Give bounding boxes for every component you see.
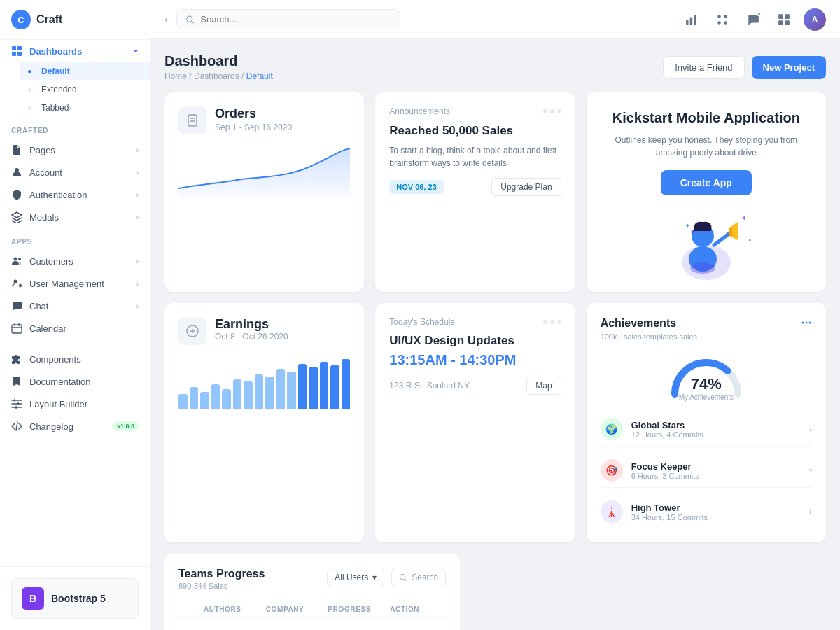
header-actions: Invite a Friend New Project <box>663 56 826 79</box>
authors-header: AUTHORS <box>204 606 260 613</box>
sidebar-item-default[interactable]: Default <box>20 62 150 80</box>
sidebar-item-documentation[interactable]: Documentation <box>0 370 150 393</box>
upgrade-plan-button[interactable]: Upgrade Plan <box>491 178 561 196</box>
announcements-card: Announcements Reached 50,000 Sales To st… <box>375 92 575 292</box>
sidebar-item-layout-builder[interactable]: Layout Builder <box>0 393 150 415</box>
svg-point-16 <box>718 21 721 24</box>
teams-subtitle: 890,344 Sales <box>178 582 265 590</box>
charts-icon-btn[interactable] <box>680 8 703 31</box>
sidebar-item-customers[interactable]: Customers › <box>0 250 150 272</box>
ach-item-focus-keeper: 🎯 Focus Keeper 6 Hours, 3 Commits › <box>601 454 812 488</box>
sidebar-item-calendar[interactable]: Calendar <box>0 317 150 340</box>
svg-point-5 <box>14 258 18 261</box>
sidebar-item-tabbed-label: Tabbed <box>41 103 69 113</box>
invite-friend-button[interactable]: Invite a Friend <box>663 56 744 79</box>
apps-icon-btn[interactable] <box>773 8 795 31</box>
global-stars-chevron[interactable]: › <box>809 424 812 434</box>
create-app-button[interactable]: Create App <box>661 170 752 195</box>
topbar: ‹ A <box>150 0 840 39</box>
layers-icon <box>11 211 22 223</box>
sidebar-item-modals[interactable]: Modals › <box>0 206 150 228</box>
bar-8 <box>265 377 274 410</box>
orders-card-header: Orders Sep 1 - Sep 16 2020 <box>178 106 350 134</box>
sidebar-item-usermgmt-label: User Management <box>29 279 136 289</box>
all-users-select[interactable]: All Users ▾ <box>327 568 384 587</box>
global-stars-sub: 12 Hours, 4 Commits <box>631 430 801 439</box>
shield-icon <box>11 189 22 200</box>
announcements-title: Reached 50,000 Sales <box>389 123 561 139</box>
earnings-header: Earnings Oct 8 - Oct 26 2020 <box>178 317 350 345</box>
teams-table-header: AUTHORS COMPANY PROGRESS ACTION <box>178 601 446 618</box>
sidebar: C Craft Dashboards Default Extended Tabb… <box>0 0 150 630</box>
bar-14 <box>330 365 340 410</box>
schedule-title: UI/UX Design Updates <box>389 334 561 348</box>
dot-s1 <box>543 320 547 324</box>
orders-title: Orders <box>215 106 292 121</box>
earnings-icon <box>178 317 206 345</box>
chevron-right-icon-account: › <box>136 169 139 176</box>
announcements-body: To start a blog, think of a topic about … <box>389 144 561 169</box>
focus-keeper-chevron[interactable]: › <box>809 465 812 475</box>
sidebar-item-account[interactable]: Account › <box>0 161 150 183</box>
svg-rect-9 <box>12 325 22 333</box>
sidebar-item-changelog[interactable]: Changelog v1.0.0 <box>0 415 150 438</box>
svg-rect-13 <box>694 15 696 25</box>
sidebar-item-pages[interactable]: Pages › <box>0 139 150 161</box>
more-options-icon[interactable] <box>801 317 812 328</box>
sidebar-item-changelog-label: Changelog <box>29 421 110 432</box>
teams-search[interactable]: Search <box>391 568 446 587</box>
sidebar-item-extended[interactable]: Extended <box>20 80 150 99</box>
bar-10 <box>287 372 296 410</box>
schedule-time: 13:15AM - 14:30PM <box>389 352 561 368</box>
svg-rect-12 <box>690 17 692 24</box>
user-avatar[interactable]: A <box>804 8 826 31</box>
teams-search-label: Search <box>412 573 438 582</box>
high-tower-chevron[interactable]: › <box>809 507 812 517</box>
promo-illustration: ✦ ✦ ● <box>647 206 766 284</box>
global-stars-info: Global Stars 12 Hours, 4 Commits <box>631 420 801 439</box>
map-button[interactable]: Map <box>526 377 561 395</box>
earnings-chart <box>178 354 350 410</box>
svg-point-14 <box>718 15 721 18</box>
page-header: Dashboard Home / Dashboards / Default In… <box>164 53 826 81</box>
file-icon <box>11 144 22 155</box>
new-project-button[interactable]: New Project <box>752 56 826 79</box>
sidebar-item-authentication[interactable]: Authentication › <box>0 183 150 206</box>
achievement-items: 🌍 Global Stars 12 Hours, 4 Commits › 🎯 F… <box>601 412 812 528</box>
sidebar-item-user-management[interactable]: User Management › <box>0 272 150 295</box>
svg-point-15 <box>724 15 727 18</box>
search-box[interactable] <box>176 9 400 29</box>
inactive-dot <box>28 88 31 92</box>
user-cog-icon <box>11 278 22 289</box>
sidebar-item-chat[interactable]: Chat › <box>0 295 150 317</box>
back-button[interactable]: ‹ <box>164 13 168 26</box>
sidebar-item-dashboards-label: Dashboards <box>29 46 133 57</box>
bar-15 <box>342 359 351 410</box>
schedule-label-row: Today's Schedule <box>389 317 561 327</box>
sidebar-item-dashboards[interactable]: Dashboards <box>0 40 150 62</box>
sidebar-item-tabbed[interactable]: Tabbed › <box>20 99 150 117</box>
sidebar-item-components[interactable]: Components <box>0 348 150 370</box>
bar-6 <box>244 382 253 410</box>
bar-5 <box>233 379 242 410</box>
svg-point-6 <box>18 258 21 260</box>
teams-title-area: Teams Progress 890,344 Sales <box>178 568 265 590</box>
message-icon-btn[interactable] <box>742 8 764 31</box>
achievements-title-area: Achievements <box>601 317 677 330</box>
code-icon <box>11 421 22 432</box>
select-label: All Users <box>335 573 368 582</box>
achievements-header: Achievements <box>601 317 812 330</box>
page-title-area: Dashboard Home / Dashboards / Default <box>164 53 273 81</box>
grid-icon-btn[interactable] <box>711 8 734 31</box>
focus-keeper-sub: 6 Hours, 3 Commits <box>631 472 801 480</box>
search-input[interactable] <box>200 14 391 24</box>
bar-9 <box>276 369 286 410</box>
breadcrumb-current: Default <box>246 71 273 81</box>
ach-item-global-stars: 🌍 Global Stars 12 Hours, 4 Commits › <box>601 412 812 447</box>
schedule-footer: 123 R St. Soulard NY.. Map <box>389 377 561 395</box>
bar-1 <box>190 387 199 410</box>
svg-rect-1 <box>18 46 22 50</box>
announcements-date: NOV 06, 23 <box>389 180 443 194</box>
announcements-footer: NOV 06, 23 Upgrade Plan <box>389 178 561 196</box>
sidebar-item-pages-label: Pages <box>29 145 136 155</box>
